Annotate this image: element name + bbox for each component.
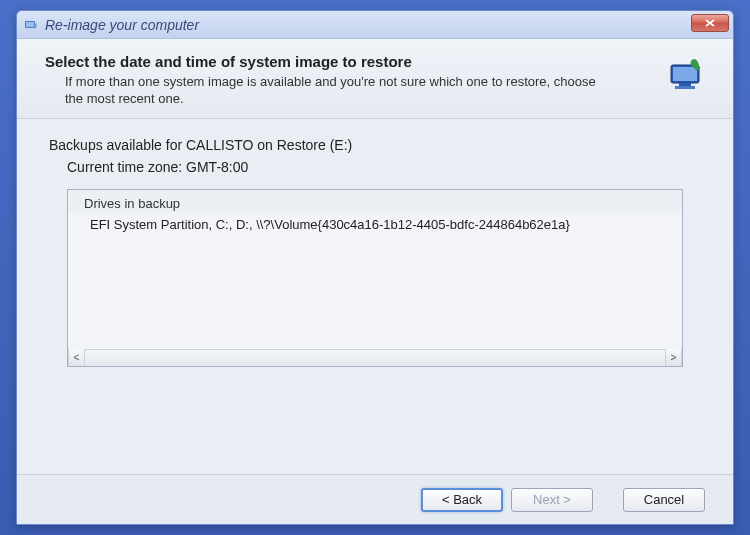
wizard-header: Select the date and time of system image… <box>17 39 733 119</box>
svg-rect-5 <box>675 86 695 89</box>
wizard-window: Re-image your computer Select the date a… <box>16 10 734 525</box>
window-title: Re-image your computer <box>45 17 199 33</box>
chevron-left-icon: < <box>74 352 80 363</box>
list-item[interactable]: EFI System Partition, C:, D:, \\?\Volume… <box>68 213 682 236</box>
restore-monitor-icon <box>661 53 709 101</box>
wizard-body: Backups available for CALLISTO on Restor… <box>17 119 733 474</box>
scroll-left-button[interactable]: < <box>68 349 85 366</box>
cancel-button[interactable]: Cancel <box>623 488 705 512</box>
close-icon <box>705 18 715 29</box>
close-button[interactable] <box>691 14 729 32</box>
svg-rect-4 <box>679 83 691 86</box>
scroll-right-button[interactable]: > <box>665 349 682 366</box>
list-column-header: Drives in backup <box>68 190 682 213</box>
horizontal-scrollbar[interactable]: < > <box>68 349 682 366</box>
page-heading: Select the date and time of system image… <box>45 53 651 70</box>
svg-rect-3 <box>673 67 697 81</box>
back-button[interactable]: < Back <box>421 488 503 512</box>
content-area: Select the date and time of system image… <box>17 39 733 524</box>
svg-rect-1 <box>26 22 34 27</box>
backups-available-label: Backups available for CALLISTO on Restor… <box>49 137 701 153</box>
next-button[interactable]: Next > <box>511 488 593 512</box>
backups-listbox[interactable]: Drives in backup EFI System Partition, C… <box>67 189 683 367</box>
chevron-right-icon: > <box>671 352 677 363</box>
wizard-footer: < Back Next > Cancel <box>17 474 733 524</box>
header-text: Select the date and time of system image… <box>45 53 651 108</box>
page-subheading: If more than one system image is availab… <box>45 74 605 108</box>
timezone-label: Current time zone: GMT-8:00 <box>49 159 701 175</box>
app-icon <box>23 17 39 33</box>
titlebar[interactable]: Re-image your computer <box>17 11 733 39</box>
